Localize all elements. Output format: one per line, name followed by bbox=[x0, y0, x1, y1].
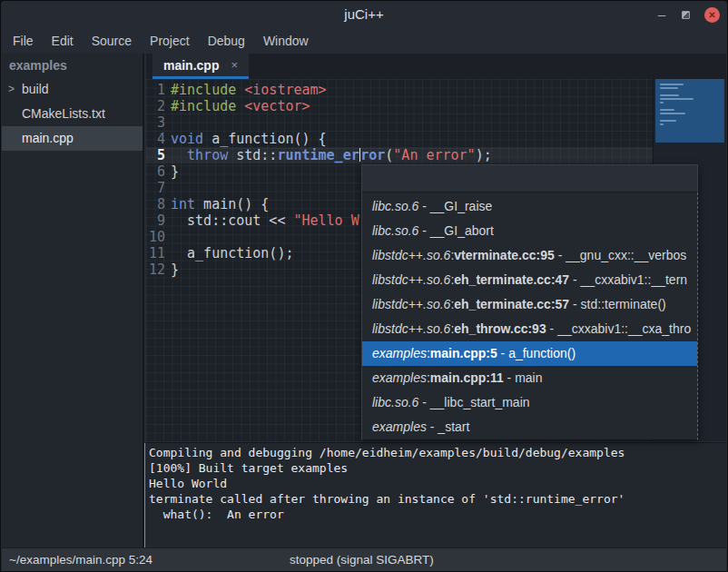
window-controls: – ✕ bbox=[656, 1, 720, 28]
code-text: #include <iostream> bbox=[171, 82, 327, 98]
backtrace-item[interactable]: libstdc++.so.6:eh_terminate.cc:47 - __cx… bbox=[362, 268, 697, 292]
line-number: 3 bbox=[146, 114, 171, 131]
backtrace-item[interactable]: libc.so.6 - __GI_abort bbox=[362, 219, 697, 243]
restore-icon[interactable] bbox=[682, 11, 690, 19]
token-str: <vector> bbox=[244, 98, 310, 114]
build-output-terminal[interactable]: Compiling and debugging /home/eidheim/ex… bbox=[146, 442, 726, 549]
backtrace-popup: libc.so.6 - __GI_raiselibc.so.6 - __GI_a… bbox=[361, 164, 698, 440]
line-number: 5 bbox=[146, 147, 171, 163]
menu-bar: FileEditSourceProjectDebugWindow bbox=[1, 28, 727, 54]
code-line[interactable]: 5 throw std::runtime_error("An error"); bbox=[146, 147, 653, 163]
backtrace-filter-input[interactable] bbox=[362, 164, 698, 192]
menu-debug[interactable]: Debug bbox=[199, 28, 254, 54]
text-cursor bbox=[359, 148, 361, 162]
tab-bar: main.cpp × bbox=[146, 54, 726, 79]
line-number: 4 bbox=[146, 131, 171, 147]
frame-module: examples bbox=[372, 419, 427, 434]
frame-function: - main bbox=[504, 370, 543, 385]
backtrace-item[interactable]: libstdc++.so.6:eh_terminate.cc:57 - std:… bbox=[362, 292, 697, 317]
cursor-location: ~/examples/main.cpp 5:24 bbox=[9, 548, 152, 571]
sidebar-item-cmakelists-txt[interactable]: CMakeLists.txt bbox=[2, 102, 143, 126]
tab-label: main.cpp bbox=[163, 58, 219, 73]
sidebar-item-main-cpp[interactable]: main.cpp bbox=[2, 126, 143, 151]
status-bar: ~/examples/main.cpp 5:24 stopped (signal… bbox=[2, 547, 726, 571]
frame-location: main.cpp:11 bbox=[430, 370, 504, 385]
code-line[interactable]: 4void a_function() { bbox=[146, 131, 653, 147]
code-text: } bbox=[171, 261, 179, 278]
code-line[interactable]: 2#include <vector> bbox=[146, 98, 653, 114]
file-tree-sidebar: examples >buildCMakeLists.txtmain.cpp bbox=[2, 54, 144, 547]
frame-module: libstdc++.so.6 bbox=[372, 321, 450, 336]
frame-module: libstdc++.so.6 bbox=[372, 272, 450, 287]
token-str: <iostream> bbox=[244, 82, 326, 98]
frame-module: libc.so.6 bbox=[372, 395, 418, 409]
minimize-button[interactable]: – bbox=[656, 1, 667, 28]
backtrace-item[interactable]: libc.so.6 - __GI_raise bbox=[362, 194, 697, 219]
sidebar-item-build[interactable]: >build bbox=[2, 77, 143, 102]
backtrace-item[interactable]: examples:main.cpp:11 - main bbox=[362, 366, 697, 390]
chevron-right-icon[interactable]: > bbox=[8, 77, 15, 102]
backtrace-item[interactable]: libstdc++.so.6:vterminate.cc:95 - __gnu_… bbox=[362, 243, 697, 268]
token-pln bbox=[236, 82, 244, 98]
frame-location: eh_terminate.cc:57 bbox=[454, 297, 569, 311]
menu-file[interactable]: File bbox=[4, 28, 43, 54]
close-button[interactable]: ✕ bbox=[704, 7, 720, 23]
token-pln: a_function(); bbox=[171, 245, 293, 261]
line-number: 9 bbox=[146, 212, 171, 229]
menu-project[interactable]: Project bbox=[141, 28, 199, 54]
frame-module: examples bbox=[372, 346, 427, 360]
line-number: 2 bbox=[146, 98, 171, 114]
token-pln bbox=[236, 98, 244, 114]
frame-function: - __cxxabiv1::__cxa_thro bbox=[546, 321, 692, 336]
line-number: 1 bbox=[146, 82, 171, 98]
terminal-line: [100%] Built target examples bbox=[149, 460, 726, 476]
code-text: throw std::runtime_error("An error"); bbox=[171, 147, 492, 163]
backtrace-item[interactable]: examples:main.cpp:5 - a_function() bbox=[362, 341, 697, 366]
terminal-line: Hello World bbox=[149, 476, 726, 491]
token-kw: int bbox=[171, 196, 195, 212]
menu-window[interactable]: Window bbox=[254, 28, 318, 54]
code-text: std::cout << "Hello W bbox=[171, 212, 359, 229]
token-pln bbox=[171, 147, 187, 163]
frame-module: libstdc++.so.6 bbox=[372, 297, 450, 311]
backtrace-list: libc.so.6 - __GI_raiselibc.so.6 - __GI_a… bbox=[362, 192, 698, 440]
backtrace-item[interactable]: libc.so.6 - __libc_start_main bbox=[362, 390, 697, 415]
backtrace-item[interactable]: examples - _start bbox=[362, 415, 697, 439]
line-number: 11 bbox=[146, 245, 171, 261]
code-text: } bbox=[171, 163, 179, 180]
token-pln: std::cout << bbox=[171, 212, 293, 229]
code-text: int main() { bbox=[171, 196, 269, 212]
frame-function: - __GI_raise bbox=[418, 199, 492, 213]
line-number: 10 bbox=[146, 229, 171, 245]
menu-edit[interactable]: Edit bbox=[43, 28, 83, 54]
frame-location: vterminate.cc:95 bbox=[454, 248, 555, 262]
token-pln: ( bbox=[385, 147, 393, 163]
token-pre: #include bbox=[171, 82, 236, 98]
file-label: CMakeLists.txt bbox=[22, 106, 105, 121]
code-line[interactable]: 3 bbox=[146, 114, 653, 131]
code-text: a_function(); bbox=[171, 245, 293, 261]
frame-function: - __GI_abort bbox=[418, 223, 494, 238]
frame-module: examples bbox=[372, 370, 427, 385]
file-label: main.cpp bbox=[22, 131, 74, 145]
tab-close-icon[interactable]: × bbox=[231, 58, 238, 72]
token-pln: std:: bbox=[228, 147, 277, 163]
token-str: "An error" bbox=[393, 147, 475, 163]
token-kw: void bbox=[171, 131, 203, 147]
frame-function: - __libc_start_main bbox=[418, 395, 529, 409]
frame-function: - __gnu_cxx::__verbos bbox=[555, 248, 687, 262]
terminal-line: Compiling and debugging /home/eidheim/ex… bbox=[149, 445, 726, 460]
frame-location: eh_throw.cc:93 bbox=[454, 321, 546, 336]
backtrace-item[interactable]: libstdc++.so.6:eh_throw.cc:93 - __cxxabi… bbox=[362, 317, 697, 341]
line-number: 7 bbox=[146, 180, 171, 196]
frame-function: - std::terminate() bbox=[569, 297, 666, 311]
overview-map-viewport[interactable] bbox=[655, 79, 724, 143]
minimap-line bbox=[660, 123, 724, 127]
code-line[interactable]: 1#include <iostream> bbox=[146, 82, 653, 98]
tab-main-cpp[interactable]: main.cpp × bbox=[152, 54, 249, 79]
title-bar[interactable]: juCi++ – ✕ bbox=[1, 1, 727, 28]
menu-source[interactable]: Source bbox=[83, 28, 141, 54]
app-window: juCi++ – ✕ FileEditSourceProjectDebugWin… bbox=[0, 0, 728, 572]
token-str: "Hello W bbox=[293, 212, 359, 229]
code-text: void a_function() { bbox=[171, 131, 327, 147]
